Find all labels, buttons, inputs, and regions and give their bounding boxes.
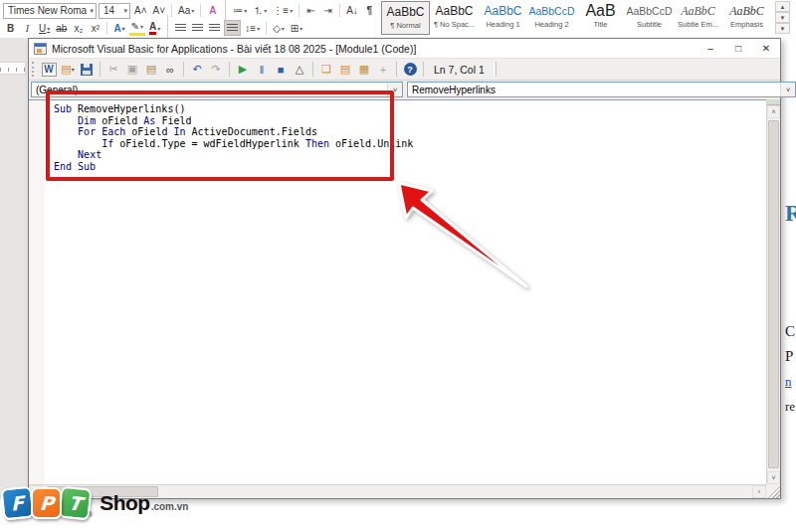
annotation-arrow — [395, 180, 530, 291]
chevron-down-icon[interactable]: ▾ — [90, 7, 94, 15]
help-button[interactable]: ? — [401, 61, 419, 79]
redo-button[interactable]: ↷ — [207, 61, 225, 79]
show-paragraph-marks-button[interactable]: ¶ — [362, 3, 377, 19]
paste-icon: ▤ — [146, 63, 156, 76]
vertical-scroll-thumb[interactable] — [768, 120, 779, 468]
paste-button[interactable]: ▤ — [142, 61, 160, 79]
chevron-down-icon: ▾ — [191, 7, 194, 14]
strikethrough-button[interactable]: ab — [54, 20, 69, 36]
document-hyperlink-fragment[interactable]: n — [785, 374, 792, 390]
borders-button[interactable]: ⊞ ▾ — [289, 20, 304, 36]
increase-indent-button[interactable]: ⇥ — [320, 3, 335, 19]
screen: Times New Roma ▾ 14 ▾ A˄ A˅ Aa ▾ A ≔ ▾ ⒈ — [0, 0, 796, 532]
gallery-scroll-down-icon[interactable]: ▼ — [775, 12, 790, 23]
underline-button[interactable]: U ▾ — [37, 20, 52, 36]
shading-button[interactable]: ◇ ▾ — [271, 20, 287, 36]
design-mode-button[interactable]: △ — [291, 61, 308, 79]
run-button[interactable]: ▶ — [234, 61, 252, 79]
bullets-button[interactable]: ≔ ▾ — [231, 3, 249, 19]
separator — [312, 62, 313, 77]
chevron-down-icon: ▾ — [282, 25, 285, 32]
toolbar-end-grip[interactable] — [494, 62, 497, 77]
cut-button[interactable]: ✂ — [104, 61, 122, 79]
gallery-more-icon[interactable]: ▼ — [775, 23, 790, 34]
properties-icon: ▤ — [340, 63, 350, 76]
project-explorer-button[interactable]: ❏ — [317, 61, 335, 79]
font-name-combo[interactable]: Times New Roma ▾ — [3, 3, 97, 19]
multilevel-list-icon: ⋮≡ — [273, 5, 289, 16]
scroll-right-icon[interactable]: › — [752, 485, 766, 498]
style-normal[interactable]: AaBbC ¶ Normal — [381, 1, 430, 35]
style-heading-1[interactable]: AaBbC Heading 1 — [479, 1, 527, 35]
resize-grip[interactable] — [766, 484, 780, 498]
style-subtitle[interactable]: AaBbCcD Subtitle — [625, 1, 674, 35]
style-no-spacing[interactable]: AaBbC ¶ No Spac... — [430, 1, 479, 35]
clear-formatting-button[interactable]: A — [205, 3, 220, 19]
reset-button[interactable]: ■ — [272, 61, 290, 79]
undo-button[interactable]: ↶ — [188, 61, 206, 79]
highlight-button[interactable]: ✎ ▾ — [129, 20, 145, 36]
subscript-button[interactable]: x₂ — [71, 20, 86, 36]
break-button[interactable]: ‖ — [253, 61, 271, 79]
style-emphasis[interactable]: AaBbC Emphasis — [722, 1, 771, 35]
copy-button[interactable]: ▣ — [123, 61, 141, 79]
window-controls: – □ ✕ — [696, 40, 780, 58]
procedure-dropdown[interactable]: RemoveHyperlinks ˅ — [407, 82, 796, 97]
gallery-scroll-up-icon[interactable]: ▲ — [775, 1, 790, 12]
view-word-button[interactable]: W — [40, 61, 58, 79]
chevron-down-icon[interactable]: ▾ — [123, 7, 127, 15]
numbering-button[interactable]: ⒈ ▾ — [251, 3, 269, 19]
font-size-value: 14 — [103, 5, 114, 16]
font-color-button[interactable]: A ▾ — [147, 20, 162, 36]
chevron-down-icon: ▾ — [157, 25, 160, 32]
insert-userform-button[interactable]: ▤ ▾ — [59, 61, 77, 79]
superscript-button[interactable]: x² — [88, 20, 102, 36]
align-center-button[interactable] — [190, 20, 205, 36]
horizontal-ruler — [0, 62, 26, 75]
save-button[interactable] — [78, 61, 96, 79]
vba-window-title: Microsoft Visual Basic for Applications … — [52, 43, 416, 55]
font-name-value: Times New Roma — [8, 5, 87, 16]
minimize-icon[interactable]: – — [696, 40, 724, 58]
multilevel-list-button[interactable]: ⋮≡ ▾ — [271, 3, 295, 19]
ribbon-row-font-top: Times New Roma ▾ 14 ▾ A˄ A˅ Aa ▾ A ≔ ▾ ⒈ — [3, 2, 377, 19]
line-spacing-button[interactable]: ↕≡ ▾ — [243, 20, 262, 36]
chevron-down-icon[interactable]: ˅ — [780, 83, 795, 96]
maximize-icon[interactable]: □ — [724, 40, 752, 58]
help-icon: ? — [404, 63, 417, 76]
decrease-indent-button[interactable]: ⇤ — [303, 3, 318, 19]
highlight-icon: ✎ — [131, 22, 139, 32]
scroll-down-icon[interactable]: ˅ — [767, 471, 780, 484]
text-effects-button[interactable]: A ▾ — [111, 20, 126, 36]
italic-button[interactable]: I — [20, 20, 35, 36]
vertical-scrollbar[interactable]: ˄ ˅ — [766, 99, 780, 484]
shrink-font-button[interactable]: A˅ — [151, 3, 168, 19]
grow-font-button[interactable]: A˄ — [132, 3, 149, 19]
style-subtle-emphasis[interactable]: AaBbC Subtle Em... — [674, 1, 722, 35]
change-case-button[interactable]: Aa ▾ — [176, 3, 196, 19]
align-right-button[interactable] — [207, 20, 222, 36]
userform-icon: ▤ — [61, 63, 71, 76]
vba-title-bar[interactable]: Microsoft Visual Basic for Applications … — [29, 39, 780, 59]
justify-button[interactable] — [224, 20, 241, 36]
chevron-down-icon: ▾ — [122, 25, 125, 32]
align-center-icon — [192, 24, 203, 33]
font-size-combo[interactable]: 14 ▾ — [99, 3, 130, 19]
style-heading-2[interactable]: AaBbCcD Heading 2 — [527, 1, 576, 35]
toolbox-button[interactable]: + — [374, 61, 392, 79]
bold-button[interactable]: B — [3, 20, 18, 36]
object-browser-button[interactable]: ▦ — [355, 61, 373, 79]
word-ribbon: Times New Roma ▾ 14 ▾ A˄ A˅ Aa ▾ A ≔ ▾ ⒈ — [0, 0, 796, 38]
object-browser-icon: ▦ — [359, 63, 369, 76]
align-left-button[interactable] — [173, 20, 188, 36]
sort-button[interactable]: A↓ — [344, 3, 360, 19]
vba-app-icon — [34, 43, 47, 55]
close-icon[interactable]: ✕ — [752, 40, 780, 58]
style-title[interactable]: AaB Title — [576, 1, 625, 35]
properties-window-button[interactable]: ▤ — [336, 61, 354, 79]
styles-gallery: AaBbC ¶ Normal AaBbC ¶ No Spac... AaBbC … — [381, 1, 773, 35]
toolbar-grip[interactable] — [32, 62, 36, 77]
scroll-up-icon[interactable]: ˄ — [767, 105, 780, 118]
find-button[interactable]: ∞ — [161, 61, 179, 79]
word-icon: W — [42, 63, 57, 77]
